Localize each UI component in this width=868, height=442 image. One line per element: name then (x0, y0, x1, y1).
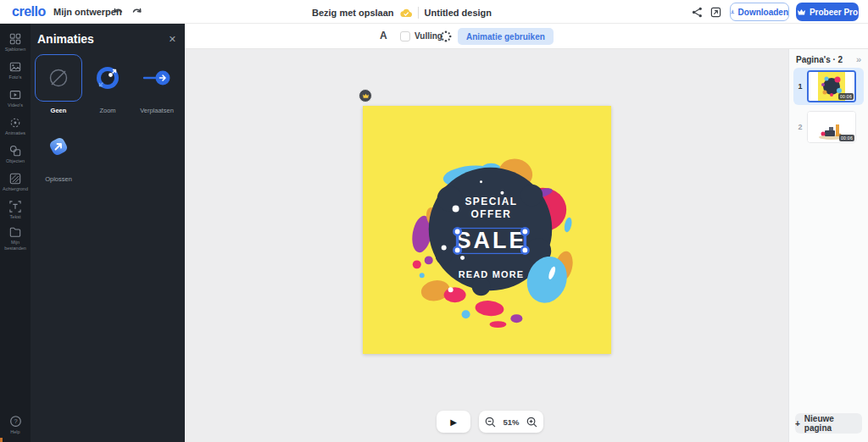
page-thumbnail-1[interactable]: 00:06 (807, 70, 856, 102)
undo-button[interactable] (110, 5, 125, 19)
saving-status: Bezig met opslaan (312, 8, 394, 18)
zoom-level[interactable]: 51% (503, 417, 519, 427)
sidebar-item-animations[interactable]: Animaties (0, 113, 31, 141)
design-text-sale[interactable]: SALE (456, 228, 527, 253)
none-icon (47, 67, 70, 89)
help-button[interactable]: ? Help (0, 415, 31, 435)
canvas-workspace: SPECIAL OFFER SALE READ MORE ▶ (185, 49, 788, 442)
design-text-offer[interactable]: OFFER (471, 208, 512, 220)
cloud-saving-icon (400, 8, 412, 18)
background-icon (9, 173, 21, 185)
animation-option-zoom[interactable]: Zoom (83, 54, 132, 114)
sidebar-item-background[interactable]: Achtergrond (0, 169, 31, 196)
design-text-read-more[interactable]: READ MORE (459, 269, 525, 279)
crello-logo[interactable]: crello (12, 4, 46, 19)
animation-option-none[interactable]: Geen (34, 54, 83, 114)
zoom-controls: 51% (479, 411, 543, 433)
duration-badge: 00:06 (838, 93, 854, 100)
animation-sparkle-icon[interactable] (440, 30, 452, 42)
svg-text:?: ? (14, 417, 17, 425)
sidebar-item-videos[interactable]: Video's (0, 85, 31, 113)
fill-label[interactable]: Vulling (415, 31, 442, 41)
plus-icon: + (795, 419, 800, 428)
templates-icon (9, 33, 21, 45)
zoom-out-button[interactable] (485, 417, 496, 428)
folder-icon (9, 226, 21, 238)
try-pro-button[interactable]: Probeer Pro (796, 3, 859, 21)
pages-panel: Pagina's · 2 » 1 00:06 2 (788, 49, 868, 442)
animations-panel: Animaties ✕ Geen Zoom (31, 24, 185, 442)
share-icon[interactable] (689, 5, 704, 19)
divider (418, 7, 419, 19)
download-button[interactable]: Downloaden (730, 3, 789, 21)
try-pro-label: Probeer Pro (810, 8, 858, 17)
redo-button[interactable] (129, 5, 144, 19)
pro-crown-badge[interactable] (359, 89, 372, 102)
design-title[interactable]: Untitled design (425, 8, 492, 18)
animations-icon (9, 117, 21, 129)
font-icon[interactable]: A (380, 30, 387, 41)
left-icon-rail: Sjablonen Foto's Video's Animaties Objec… (0, 24, 31, 442)
sidebar-item-objects[interactable]: Objecten (0, 141, 31, 169)
animation-option-dissolve[interactable]: Oplossen (34, 123, 83, 183)
zoom-animation-icon (94, 64, 121, 91)
crown-icon (797, 8, 806, 16)
photos-icon (9, 61, 21, 73)
close-icon[interactable]: ✕ (169, 34, 176, 45)
page-number: 1 (793, 82, 807, 91)
fill-color-swatch[interactable] (400, 31, 410, 41)
zoom-in-button[interactable] (526, 417, 537, 428)
objects-icon (9, 145, 21, 157)
sidebar-item-text[interactable]: Tekst (0, 196, 31, 224)
notification-sliver (0, 438, 3, 442)
use-animation-button[interactable]: Animatie gebruiken (458, 28, 554, 45)
sidebar-item-photos[interactable]: Foto's (0, 57, 31, 85)
videos-icon (9, 89, 21, 101)
play-button[interactable]: ▶ (437, 411, 470, 433)
pages-title: Pagina's · 2 (796, 55, 843, 64)
help-icon: ? (9, 415, 22, 428)
dissolve-animation-icon (45, 133, 72, 160)
page-thumbnail-2[interactable]: 00:06 (807, 111, 856, 143)
design-canvas[interactable]: SPECIAL OFFER SALE READ MORE (363, 106, 611, 354)
crown-icon (362, 93, 370, 99)
resize-icon[interactable] (708, 5, 723, 19)
new-page-button[interactable]: + Nieuwe pagina (795, 413, 862, 434)
page-row-2[interactable]: 2 00:06 (793, 108, 864, 146)
top-bar: crello Mijn ontwerpen Bezig met opslaan … (0, 0, 868, 24)
play-icon: ▶ (450, 417, 457, 427)
animation-option-move[interactable]: Verplaatsen (132, 54, 181, 114)
text-icon (9, 201, 21, 213)
sidebar-item-my-files[interactable]: Mijn bestanden (0, 224, 31, 253)
page-row-1[interactable]: 1 00:06 (793, 68, 864, 105)
duration-badge: 00:06 (839, 135, 854, 141)
context-toolbar: A Vulling Animatie gebruiken (185, 24, 868, 49)
download-label: Downloaden (738, 8, 788, 17)
move-animation-icon (142, 69, 171, 87)
new-page-label: Nieuwe pagina (804, 414, 862, 433)
collapse-panel-icon[interactable]: » (856, 54, 861, 64)
design-text-special[interactable]: SPECIAL (465, 196, 517, 207)
sidebar-item-templates[interactable]: Sjablonen (0, 29, 31, 57)
panel-title: Animaties (37, 32, 94, 46)
page-number: 2 (793, 123, 807, 131)
